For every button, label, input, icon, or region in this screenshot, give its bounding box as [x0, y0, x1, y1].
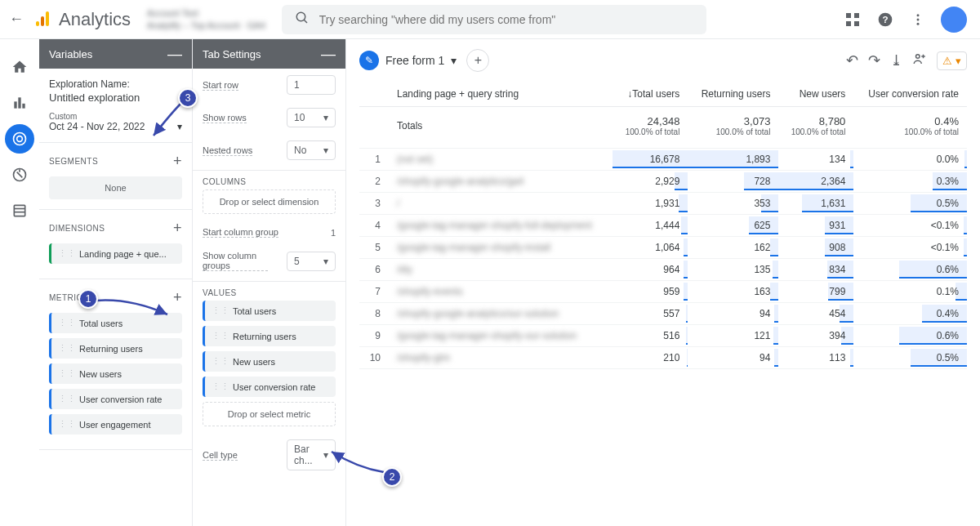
value-chip[interactable]: ⋮⋮Returning users — [203, 326, 336, 346]
report-table: Landing page + query string ↓Total users… — [359, 82, 967, 369]
date-range-text: Oct 24 - Nov 22, 2022 — [49, 121, 145, 132]
table-row[interactable]: 7/shopify-events9591637990.1% — [359, 281, 967, 303]
segments-title: SEGMENTS — [49, 157, 98, 166]
back-button[interactable]: ← — [7, 11, 26, 28]
cell-type-label: Cell type — [203, 450, 238, 461]
table-row[interactable]: 1(not set)16,6781,8931340.0% — [359, 149, 967, 171]
svg-point-17 — [14, 133, 26, 145]
table-row[interactable]: 6/diy9641358340.6% — [359, 259, 967, 281]
svg-rect-1 — [41, 16, 44, 26]
exploration-name[interactable]: Untitled exploration — [49, 91, 182, 104]
exploration-name-label: Exploration Name: — [49, 78, 182, 90]
help-icon[interactable]: ? — [875, 10, 895, 29]
dimensions-title: DIMENSIONS — [49, 224, 105, 233]
svg-point-3 — [296, 12, 305, 21]
table-row[interactable]: 9/google-tag-manager-shopify-our-solutio… — [359, 325, 967, 347]
share-icon[interactable] — [912, 51, 927, 70]
download-icon[interactable]: ⤓ — [890, 51, 902, 69]
search-icon — [295, 11, 310, 29]
col-header[interactable]: ↓Total users — [612, 82, 688, 107]
svg-line-4 — [304, 20, 307, 23]
table-row[interactable]: 4/google-tag-manager-shopify-full-deploy… — [359, 215, 967, 237]
app-name: Analytics — [59, 9, 131, 30]
show-col-select[interactable]: 5▾ — [287, 252, 336, 271]
values-dropzone[interactable]: Drop or select metric — [203, 402, 336, 426]
variables-minimize[interactable]: — — [167, 46, 182, 63]
show-rows-select[interactable]: 10▾ — [287, 108, 336, 127]
nav-home[interactable] — [5, 52, 34, 82]
col-header[interactable]: User conversion rate — [853, 82, 967, 107]
user-avatar[interactable] — [941, 7, 967, 33]
col-header[interactable]: New users — [778, 82, 853, 107]
metric-chip[interactable]: ⋮⋮User conversion rate — [49, 389, 182, 409]
nav-explore[interactable] — [5, 124, 34, 154]
add-metric-button[interactable]: + — [173, 289, 182, 306]
columns-label: COLUMNS — [193, 171, 345, 189]
svg-rect-8 — [854, 21, 859, 26]
svg-rect-16 — [22, 104, 24, 109]
more-icon[interactable] — [908, 10, 928, 29]
metric-chip[interactable]: ⋮⋮User engagement — [49, 414, 182, 435]
cell-type-select[interactable]: Bar ch...▾ — [287, 439, 336, 470]
account-selector[interactable]: Account TextAnalytify – Top Account · GA… — [147, 7, 265, 31]
add-tab-button[interactable]: + — [466, 49, 489, 72]
show-col-label: Show column groups — [203, 251, 268, 271]
analytics-logo[interactable]: Analytics — [33, 9, 131, 30]
analytics-logo-icon — [33, 10, 52, 29]
chevron-down-icon: ▾ — [451, 54, 457, 67]
svg-rect-14 — [14, 101, 16, 108]
metric-chip[interactable]: ⋮⋮New users — [49, 363, 182, 384]
segments-none[interactable]: None — [49, 176, 182, 199]
totals-label: Totals — [389, 107, 612, 149]
warning-badge[interactable]: ⚠▾ — [937, 51, 967, 70]
redo-icon[interactable]: ↷ — [868, 51, 880, 69]
start-col-label: Start column group — [203, 227, 278, 238]
table-row[interactable]: 8/shopify-google-analytics/our-solution5… — [359, 303, 967, 325]
nav-advertising[interactable] — [5, 160, 34, 189]
svg-rect-2 — [46, 11, 49, 26]
annotation-2: 2 — [382, 467, 402, 487]
start-col-value: 1 — [331, 228, 336, 238]
annotation-3: 3 — [178, 88, 198, 108]
table-row[interactable]: 5/google-tag-manager-shopify-install1,06… — [359, 237, 967, 259]
svg-point-18 — [17, 136, 23, 142]
tabsettings-header: Tab Settings — — [193, 39, 345, 69]
add-segment-button[interactable]: + — [173, 153, 182, 170]
variables-header: Variables — — [39, 39, 192, 69]
date-range-picker[interactable]: Oct 24 - Nov 22, 2022 ▾ — [49, 121, 182, 132]
nav-configure[interactable] — [5, 196, 34, 225]
svg-rect-5 — [846, 13, 851, 18]
add-dimension-button[interactable]: + — [173, 220, 182, 237]
svg-rect-15 — [18, 97, 20, 108]
nav-reports[interactable] — [5, 88, 34, 118]
tabsettings-title: Tab Settings — [203, 48, 261, 60]
svg-rect-7 — [846, 21, 851, 26]
apps-icon[interactable] — [843, 10, 862, 29]
col-header[interactable]: Landing page + query string — [389, 82, 612, 107]
table-row[interactable]: 3/1,9313531,6310.5% — [359, 193, 967, 215]
dimension-chip[interactable]: ⋮⋮Landing page + que... — [49, 243, 182, 264]
value-chip[interactable]: ⋮⋮New users — [203, 351, 336, 372]
search-bar[interactable] — [282, 5, 706, 34]
start-row-label: Start row — [203, 80, 238, 91]
col-header[interactable]: Returning users — [688, 82, 778, 107]
value-chip[interactable]: ⋮⋮User conversion rate — [203, 377, 336, 397]
nested-rows-select[interactable]: No▾ — [287, 140, 336, 160]
undo-icon[interactable]: ↶ — [846, 51, 858, 69]
columns-dropzone[interactable]: Drop or select dimension — [203, 189, 336, 214]
table-row[interactable]: 10/shopify-gtm210941130.5% — [359, 347, 967, 369]
metric-chip[interactable]: ⋮⋮Total users — [49, 313, 182, 333]
values-label: VALUES — [193, 282, 345, 301]
table-row[interactable]: 2/shopify-google-analytics/ga42,9297282,… — [359, 171, 967, 193]
edit-icon[interactable]: ✎ — [359, 51, 379, 70]
value-chip[interactable]: ⋮⋮Total users — [203, 301, 336, 321]
svg-point-23 — [916, 54, 920, 58]
variables-title: Variables — [49, 48, 92, 60]
metric-chip[interactable]: ⋮⋮Returning users — [49, 338, 182, 359]
tabsettings-minimize[interactable]: — — [321, 46, 336, 63]
annotation-1: 1 — [78, 289, 98, 309]
search-input[interactable] — [319, 13, 693, 26]
svg-point-11 — [917, 14, 920, 16]
start-row-input[interactable]: 1 — [287, 75, 336, 95]
report-tab[interactable]: Free form 1 ▾ — [385, 54, 457, 67]
